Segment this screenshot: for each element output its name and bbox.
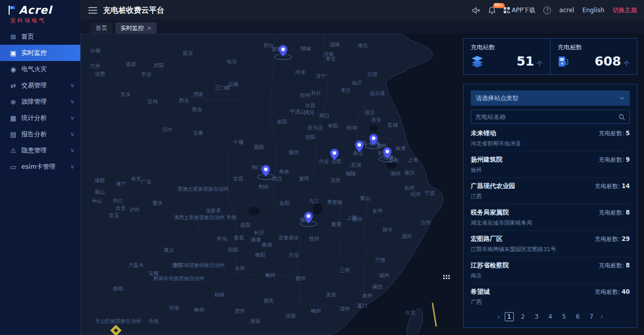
station-location: 江西	[471, 193, 630, 200]
charging-pile-icon	[558, 55, 569, 68]
sidebar-item[interactable]: ⊗故障管理>	[0, 94, 80, 110]
pagination-prev[interactable]: ‹	[498, 313, 500, 320]
sidebar-nav: ⊞首页▣实时监控◉电气火灾⇄交易管理>⊗故障管理>▦统计分析>▤报告分析>⚠隐患…	[0, 28, 80, 175]
sidebar-item[interactable]: ▭esim卡管理>	[0, 159, 80, 175]
station-row-top: 扬州建筑院充电桩数:9	[471, 156, 630, 164]
station-pile-count: 充电桩数:14	[595, 182, 630, 190]
search-icon[interactable]	[619, 114, 625, 120]
header: 充电桩收费云平台 99+ APP下载 ? acrel English 切换主题	[80, 0, 644, 20]
charging-station-pin[interactable]	[261, 165, 270, 177]
username[interactable]: acrel	[559, 7, 574, 14]
charging-station-pin[interactable]	[369, 134, 378, 146]
station-name: 宏图路厂区	[471, 235, 503, 243]
theme-switch-link[interactable]: 切换主题	[612, 6, 637, 15]
mute-icon[interactable]	[472, 7, 480, 14]
page-title: 充电桩收费云平台	[103, 6, 164, 15]
main: 充电桩收费云平台 99+ APP下载 ? acrel English 切换主题	[80, 0, 644, 335]
station-list-item[interactable]: 未来锂动充电桩数:5河北省邯郸市临漳县	[471, 125, 630, 151]
station-location: 南京	[471, 272, 630, 280]
station-pile-count: 充电桩数:40	[595, 288, 630, 296]
pagination-page[interactable]: 1	[505, 312, 514, 321]
language-switch[interactable]: English	[582, 7, 604, 14]
tab-item[interactable]: 首页	[90, 22, 112, 34]
help-icon[interactable]: ?	[543, 7, 551, 14]
tab-label: 首页	[96, 24, 107, 32]
sidebar-item[interactable]: ▦统计分析>	[0, 110, 80, 126]
logo-title: Acrel	[19, 4, 52, 16]
chevron-down-icon	[620, 97, 625, 100]
station-name: 税务局家属院	[471, 208, 509, 217]
pagination-page[interactable]: 7	[587, 313, 596, 320]
sidebar-item[interactable]: ◉电气火灾	[0, 61, 80, 77]
station-name: 未来锂动	[471, 129, 496, 138]
station-row-top: 广昌现代农业园充电桩数:14	[471, 182, 630, 191]
charging-station-pin[interactable]	[330, 148, 339, 161]
acrel-logo: Acrel 安科瑞电气	[0, 0, 80, 25]
app-download-button[interactable]: APP下载	[504, 6, 536, 15]
yellow-line-decoration	[433, 303, 436, 326]
sidebar-item[interactable]: ▤报告分析>	[0, 126, 80, 142]
chevron-down-icon: >	[69, 132, 75, 136]
station-pile-count: 充电桩数:8	[599, 262, 630, 269]
map: 邢台邯郸聊城淄博潍坊济南泰安白银延安临汾兰州固原庆阳定西平凉菏泽济宁日照临沂运城…	[80, 34, 644, 335]
station-row-top: 宏图路厂区充电桩数:29	[471, 235, 630, 243]
site-type-select[interactable]: 请选择站点类型	[471, 90, 630, 106]
station-search	[471, 110, 630, 124]
pagination-page[interactable]: 3	[532, 313, 541, 320]
sidebar-item-label: 电气火灾	[21, 65, 47, 74]
station-name: 扬州建筑院	[471, 156, 503, 164]
chevron-down-icon: >	[69, 165, 75, 169]
site-type-select-value: 请选择站点类型	[476, 94, 518, 103]
app: Acrel 安科瑞电气 ⊞首页▣实时监控◉电气火灾⇄交易管理>⊗故障管理>▦统计…	[0, 0, 644, 335]
station-panel: 请选择站点类型 未来锂动充电桩数:5河北省邯郸市临漳县扬州建筑院充电桩数:9扬州…	[463, 84, 637, 328]
notifications-bell-icon[interactable]: 99+	[488, 7, 496, 14]
pagination-page[interactable]: 6	[573, 313, 582, 320]
pagination-page[interactable]: 4	[546, 313, 555, 320]
stats-icon: ▦	[8, 114, 18, 122]
notification-badge: 99+	[493, 3, 505, 8]
station-row-top: 江苏省检察院充电桩数:8	[471, 261, 630, 270]
station-location: 扬州	[471, 166, 630, 174]
station-list-item[interactable]: 江苏省检察院充电桩数:8南京	[471, 257, 630, 284]
station-list-item[interactable]: 宏图路厂区充电桩数:29江阴市南闸镇东盟园区宏图路31号	[471, 231, 630, 257]
chevron-down-icon: >	[69, 100, 75, 104]
stat-piles-label: 充电桩数	[558, 43, 630, 52]
station-list-item[interactable]: 希望城充电桩数:40广西	[471, 284, 630, 308]
home-icon: ⊞	[8, 33, 18, 41]
sidebar-item[interactable]: ▣实时监控	[0, 45, 80, 61]
pagination-page[interactable]: 2	[518, 313, 528, 320]
stat-piles-value: 608个	[595, 54, 630, 69]
station-location: 河北省邯郸市临漳县	[471, 140, 630, 147]
charging-station-pin[interactable]	[383, 147, 392, 159]
sidebar-item-label: 故障管理	[21, 98, 47, 106]
station-pile-count: 充电桩数:29	[595, 235, 630, 243]
station-name: 希望城	[471, 288, 490, 296]
app-download-label: APP下载	[512, 6, 536, 15]
pagination-page[interactable]: 5	[560, 313, 569, 320]
stat-stations: 充电站数 51个	[464, 39, 550, 74]
tab-close-icon[interactable]: ×	[147, 25, 151, 32]
charging-station-pin[interactable]	[355, 140, 364, 153]
transaction-icon: ⇄	[8, 82, 18, 89]
stat-stations-label: 充电站数	[471, 43, 543, 52]
sidebar-item-label: 统计分析	[21, 114, 47, 123]
station-search-input[interactable]	[475, 113, 619, 120]
station-list-item[interactable]: 扬州建筑院充电桩数:9扬州	[471, 151, 630, 178]
dots-decoration	[443, 275, 450, 279]
sidebar-item[interactable]: ⇄交易管理>	[0, 77, 80, 94]
station-name: 广昌现代农业园	[471, 182, 515, 191]
tab-active[interactable]: 实时监控×	[115, 22, 157, 34]
sidebar-item[interactable]: ⚠隐患管理>	[0, 142, 80, 159]
pagination-next[interactable]: ›	[601, 313, 603, 320]
station-list-item[interactable]: 税务局家属院充电桩数:8湖北省应城市国家税务局	[471, 204, 630, 231]
charging-station-pin[interactable]	[279, 45, 288, 57]
collapse-menu-icon[interactable]	[88, 7, 97, 14]
sidebar-item-label: 实时监控	[21, 49, 47, 57]
stat-piles: 充电桩数 608个	[550, 39, 637, 74]
sidebar-item[interactable]: ⊞首页	[0, 28, 80, 45]
sim-card-icon: ▭	[8, 163, 18, 171]
station-location: 广西	[471, 298, 630, 306]
charging-station-pin[interactable]	[304, 211, 313, 224]
sidebar-item-label: 隐患管理	[21, 146, 47, 155]
station-list-item[interactable]: 广昌现代农业园充电桩数:14江西	[471, 178, 630, 204]
